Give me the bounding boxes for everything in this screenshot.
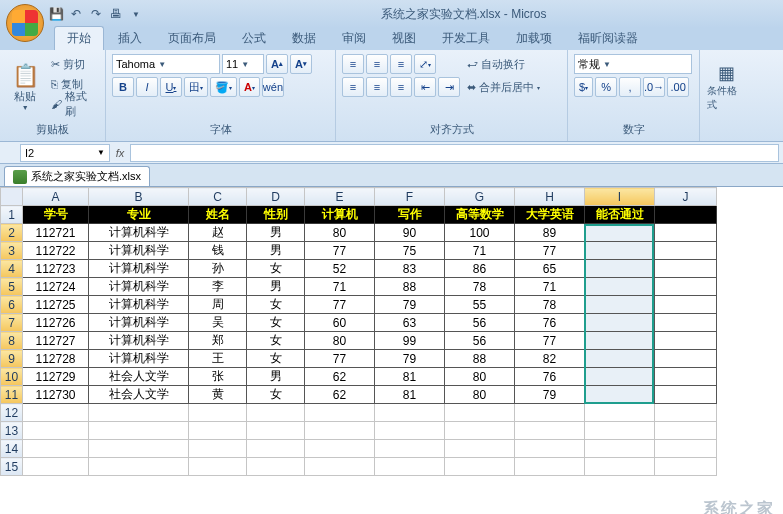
cell[interactable] — [445, 458, 515, 476]
cell[interactable]: 76 — [515, 368, 585, 386]
cell[interactable]: 吴 — [189, 314, 247, 332]
save-icon[interactable]: 💾 — [48, 6, 64, 22]
border-button[interactable]: 田▾ — [184, 77, 208, 97]
row-header[interactable]: 2 — [1, 224, 23, 242]
cell[interactable] — [585, 260, 655, 278]
cell[interactable] — [305, 422, 375, 440]
cell[interactable] — [375, 440, 445, 458]
cell[interactable] — [655, 404, 717, 422]
cell[interactable] — [585, 422, 655, 440]
align-left-button[interactable]: ≡ — [342, 77, 364, 97]
cell[interactable]: 77 — [305, 350, 375, 368]
name-box[interactable]: I2 ▼ — [20, 144, 110, 162]
col-header[interactable]: A — [23, 188, 89, 206]
cell[interactable] — [23, 422, 89, 440]
cell[interactable]: 女 — [247, 332, 305, 350]
cell[interactable]: 81 — [375, 368, 445, 386]
cell[interactable] — [655, 224, 717, 242]
cell[interactable] — [89, 440, 189, 458]
bold-button[interactable]: B — [112, 77, 134, 97]
cell[interactable] — [445, 422, 515, 440]
decrease-decimal-button[interactable]: .00 — [667, 77, 689, 97]
cell[interactable]: 71 — [445, 242, 515, 260]
cell[interactable] — [655, 386, 717, 404]
cell[interactable] — [515, 404, 585, 422]
underline-button[interactable]: U▾ — [160, 77, 182, 97]
cell[interactable]: 79 — [515, 386, 585, 404]
accounting-button[interactable]: $▾ — [574, 77, 593, 97]
cell[interactable]: 71 — [305, 278, 375, 296]
indent-increase-button[interactable]: ⇥ — [438, 77, 460, 97]
row-header[interactable]: 10 — [1, 368, 23, 386]
cell[interactable]: 56 — [445, 314, 515, 332]
orientation-button[interactable]: ⤢▾ — [414, 54, 436, 74]
cell[interactable]: 56 — [445, 332, 515, 350]
cell[interactable] — [585, 458, 655, 476]
cell[interactable] — [655, 242, 717, 260]
cell[interactable] — [585, 332, 655, 350]
cell[interactable]: 计算机科学 — [89, 224, 189, 242]
cell[interactable] — [189, 404, 247, 422]
row-header[interactable]: 14 — [1, 440, 23, 458]
cell[interactable]: 计算机 — [305, 206, 375, 224]
cell[interactable]: 计算机科学 — [89, 296, 189, 314]
wrap-text-button[interactable]: ⮐自动换行 — [464, 54, 543, 74]
cell[interactable]: 112726 — [23, 314, 89, 332]
increase-decimal-button[interactable]: .0→ — [643, 77, 665, 97]
cell[interactable]: 大学英语 — [515, 206, 585, 224]
cell[interactable] — [655, 440, 717, 458]
cell[interactable] — [655, 296, 717, 314]
grow-font-button[interactable]: A▴ — [266, 54, 288, 74]
cell[interactable] — [89, 458, 189, 476]
cell[interactable]: 男 — [247, 224, 305, 242]
col-header[interactable]: J — [655, 188, 717, 206]
cell[interactable] — [515, 440, 585, 458]
cell[interactable]: 62 — [305, 368, 375, 386]
cell[interactable]: 77 — [515, 332, 585, 350]
row-header[interactable]: 15 — [1, 458, 23, 476]
redo-icon[interactable]: ↷ — [88, 6, 104, 22]
cell[interactable] — [655, 368, 717, 386]
cut-button[interactable]: ✂剪切 — [48, 54, 99, 74]
paste-button[interactable]: 📋 粘贴 ▼ — [6, 54, 44, 120]
cell[interactable]: 计算机科学 — [89, 332, 189, 350]
cell[interactable]: 99 — [375, 332, 445, 350]
row-header[interactable]: 3 — [1, 242, 23, 260]
cell[interactable] — [515, 458, 585, 476]
row-header[interactable]: 5 — [1, 278, 23, 296]
cell[interactable]: 李 — [189, 278, 247, 296]
cell[interactable] — [375, 458, 445, 476]
cell[interactable]: 71 — [515, 278, 585, 296]
cell[interactable] — [189, 440, 247, 458]
col-header[interactable]: F — [375, 188, 445, 206]
cell[interactable]: 100 — [445, 224, 515, 242]
cell[interactable] — [23, 440, 89, 458]
cell[interactable] — [655, 278, 717, 296]
cell[interactable] — [655, 350, 717, 368]
cell[interactable] — [585, 368, 655, 386]
cell[interactable]: 77 — [305, 296, 375, 314]
cell[interactable] — [655, 314, 717, 332]
cell[interactable] — [585, 404, 655, 422]
cell[interactable] — [515, 422, 585, 440]
align-right-button[interactable]: ≡ — [390, 77, 412, 97]
indent-decrease-button[interactable]: ⇤ — [414, 77, 436, 97]
cell[interactable] — [585, 278, 655, 296]
tab-data[interactable]: 数据 — [280, 27, 328, 50]
align-middle-button[interactable]: ≡ — [366, 54, 388, 74]
cell[interactable]: 62 — [305, 386, 375, 404]
row-header[interactable]: 12 — [1, 404, 23, 422]
tab-review[interactable]: 审阅 — [330, 27, 378, 50]
cell[interactable]: 赵 — [189, 224, 247, 242]
tab-addins[interactable]: 加载项 — [504, 27, 564, 50]
cell[interactable]: 75 — [375, 242, 445, 260]
align-top-button[interactable]: ≡ — [342, 54, 364, 74]
cell[interactable]: 社会人文学 — [89, 386, 189, 404]
cell[interactable] — [375, 422, 445, 440]
cell[interactable]: 82 — [515, 350, 585, 368]
cell[interactable]: 80 — [305, 224, 375, 242]
cell[interactable]: 89 — [515, 224, 585, 242]
cell[interactable]: 女 — [247, 260, 305, 278]
cell[interactable]: 计算机科学 — [89, 260, 189, 278]
font-color-button[interactable]: A▾ — [239, 77, 260, 97]
